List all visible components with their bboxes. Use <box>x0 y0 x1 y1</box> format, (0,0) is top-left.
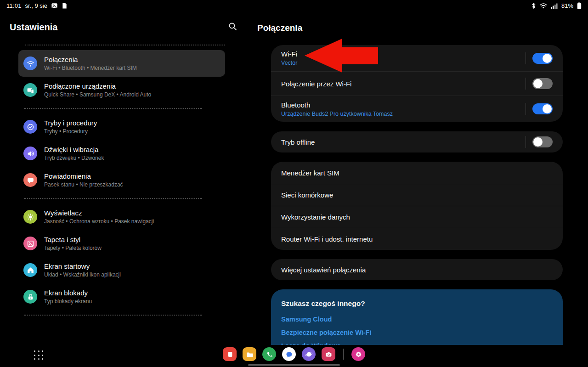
signal-status-icon <box>551 3 558 9</box>
status-bar: 11:01 śr., 9 sie 81% <box>0 0 588 11</box>
row-data-usage[interactable]: Wykorzystanie danych <box>271 206 563 228</box>
sidebar-item-connected-devices[interactable]: Podłączone urządzenia Quick Share • Sams… <box>18 77 225 103</box>
network-links-card: Menedżer kart SIM Sieci komórkowe Wykorz… <box>271 162 563 250</box>
sidebar-item-label: Dźwięki i wibracja <box>44 146 104 153</box>
sidebar-item-subtitle: Wi-Fi • Bluetooth • Menedżer kart SIM <box>44 65 137 71</box>
sidebar-item-label: Wyświetlacz <box>44 209 154 217</box>
sidebar-item-label: Ekran startowy <box>44 262 121 270</box>
clock: 11:01 <box>6 2 22 9</box>
my-files-app-icon[interactable] <box>243 347 256 361</box>
section-divider <box>24 108 202 109</box>
sidebar-item-subtitle: Tryb dźwięku • Dzwonek <box>44 155 104 161</box>
sidebar-item-display[interactable]: Wyświetlacz Jasność • Ochrona wzroku • P… <box>18 203 225 230</box>
wifi-status-icon <box>540 3 547 9</box>
row-more-connection-settings[interactable]: Więcej ustawień połączenia <box>271 259 563 280</box>
battery-icon <box>577 2 582 9</box>
sidebar-item-subtitle: Pasek stanu • Nie przeszkadzać <box>44 181 123 188</box>
sidebar-title: Ustawienia <box>10 22 57 33</box>
sidebar-item-subtitle: Układ • Wskaźniki ikon aplikacji <box>44 271 121 278</box>
sidebar-item-wallpaper-style[interactable]: Tapeta i styl Tapety • Paleta kolorów <box>18 230 225 257</box>
airplane-mode-toggle[interactable] <box>532 136 553 147</box>
section-divider <box>24 315 202 316</box>
mobile-networks-label: Sieci komórkowe <box>281 191 333 199</box>
sidebar-item-subtitle: Quick Share • Samsung DeX • Android Auto <box>44 91 151 98</box>
link-samsung-cloud[interactable]: Samsung Cloud <box>281 316 553 323</box>
sidebar-item-label: Powiadomienia <box>44 172 123 180</box>
settings-app: 11:01 śr., 9 sie 81% <box>0 0 588 367</box>
row-bluetooth[interactable]: Bluetooth Urządzenie Buds2 Pro użytkowni… <box>271 96 563 122</box>
search-icon[interactable] <box>228 22 237 33</box>
wifi-calling-label: Połączenie przez Wi-Fi <box>281 80 351 88</box>
lock-icon <box>23 290 37 304</box>
sidebar-item-label: Tryby i procedury <box>44 119 97 127</box>
row-mobile-networks[interactable]: Sieci komórkowe <box>271 184 563 206</box>
row-toggle-divider <box>526 78 526 90</box>
airplane-mode-label: Tryb offline <box>281 138 315 146</box>
notes-app-icon[interactable] <box>223 347 237 361</box>
suggestions-title: Szukasz czegoś innego? <box>281 299 553 308</box>
sidebar-item-home-screen[interactable]: Ekran startowy Układ • Wskaźniki ikon ap… <box>18 257 225 283</box>
screenshot-notification-icon <box>62 2 68 9</box>
more-settings-card: Więcej ustawień połączenia <box>271 259 563 280</box>
camera-app-icon[interactable] <box>322 347 335 361</box>
wifi-toggle[interactable] <box>532 53 553 64</box>
row-toggle-divider <box>526 103 526 115</box>
sidebar-item-modes-routines[interactable]: Tryby i procedury Tryby • Procedury <box>18 113 225 140</box>
page-title: Połączenia <box>257 11 588 33</box>
sidebar-item-subtitle: Typ blokady ekranu <box>44 298 92 305</box>
row-hotspot-tethering[interactable]: Router Wi-Fi i udost. internetu <box>271 228 563 250</box>
bluetooth-device-name: Urządzenie Buds2 Pro użytkownika Tomasz <box>281 111 393 117</box>
sound-icon <box>23 147 37 160</box>
taskbar <box>0 345 588 367</box>
display-icon <box>23 210 37 224</box>
sidebar-item-label: Ekran blokady <box>44 289 92 297</box>
sidebar-item-subtitle: Tryby • Procedury <box>44 128 97 135</box>
bluetooth-status-icon <box>531 2 536 9</box>
image-notification-icon <box>51 2 58 9</box>
wifi-icon <box>23 56 37 70</box>
row-sim-manager[interactable]: Menedżer kart SIM <box>271 162 563 184</box>
bluetooth-toggle[interactable] <box>532 103 553 114</box>
pointer-arrow <box>299 36 381 77</box>
gallery-app-icon[interactable] <box>351 347 365 361</box>
modes-icon <box>23 120 37 134</box>
sidebar-item-sounds-vibration[interactable]: Dźwięki i wibracja Tryb dźwięku • Dzwone… <box>18 140 225 167</box>
internet-app-icon[interactable] <box>302 347 316 361</box>
notifications-icon <box>23 173 37 187</box>
sidebar-item-label: Podłączone urządzenia <box>44 82 151 90</box>
more-connection-settings-label: Więcej ustawień połączenia <box>281 266 366 274</box>
section-divider <box>24 198 202 199</box>
wifi-label: Wi-Fi <box>281 50 297 58</box>
wallpaper-icon <box>23 237 37 250</box>
battery-percent: 81% <box>561 2 573 9</box>
sidebar-item-label: Połączenia <box>44 56 137 63</box>
sidebar-item-connections[interactable]: Połączenia Wi-Fi • Bluetooth • Menedżer … <box>18 50 225 77</box>
settings-sidebar: Ustawienia Połączenia Wi-Fi • Bluetooth … <box>0 11 248 345</box>
date: śr., 9 sie <box>25 2 47 9</box>
sidebar-item-subtitle: Tapety • Paleta kolorów <box>44 245 102 251</box>
phone-app-icon[interactable] <box>262 347 276 361</box>
gesture-bar[interactable] <box>248 364 340 366</box>
messages-app-icon[interactable] <box>282 347 296 361</box>
data-usage-label: Wykorzystanie danych <box>281 213 350 221</box>
airplane-mode-card: Tryb offline <box>271 131 563 152</box>
sidebar-item-lock-screen[interactable]: Ekran blokady Typ blokady ekranu <box>18 283 225 310</box>
sidebar-item-subtitle: Jasność • Ochrona wzroku • Pasek nawigac… <box>44 218 154 225</box>
row-airplane-mode[interactable]: Tryb offline <box>271 131 563 152</box>
bluetooth-label: Bluetooth <box>281 101 393 109</box>
section-divider <box>25 45 225 45</box>
sidebar-item-notifications[interactable]: Powiadomienia Pasek stanu • Nie przeszka… <box>18 167 225 193</box>
home-icon <box>23 263 37 277</box>
sim-manager-label: Menedżer kart SIM <box>281 169 339 177</box>
wifi-calling-toggle[interactable] <box>532 78 553 89</box>
wifi-network-name: Vector <box>281 60 297 66</box>
hotspot-tethering-label: Router Wi-Fi i udost. internetu <box>281 235 373 243</box>
devices-icon <box>23 83 37 97</box>
row-toggle-divider <box>526 52 526 64</box>
link-secure-wifi[interactable]: Bezpieczne połączenie Wi-Fi <box>281 329 553 336</box>
sidebar-item-label: Tapeta i styl <box>44 236 102 243</box>
dock-divider <box>343 349 344 360</box>
row-toggle-divider <box>526 136 526 148</box>
